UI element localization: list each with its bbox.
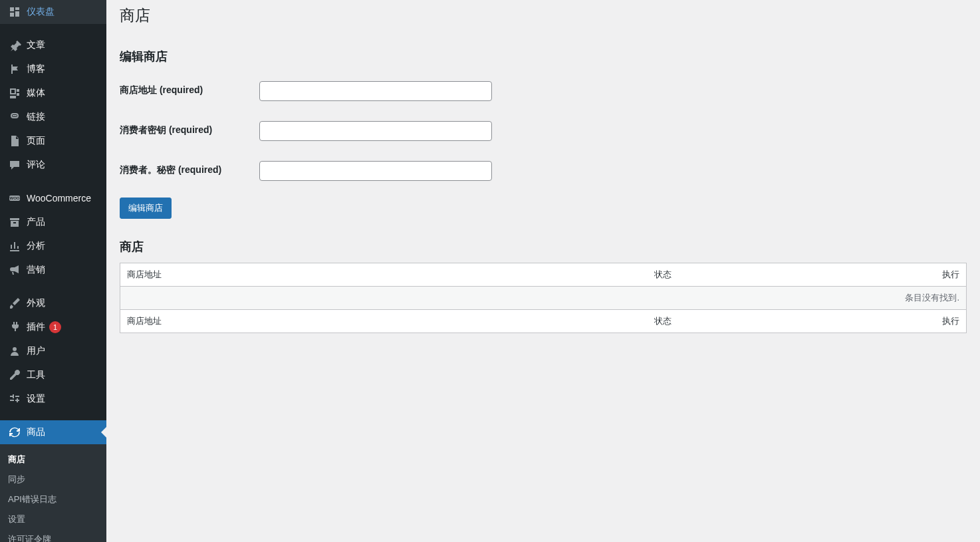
pin-icon	[8, 39, 21, 52]
sidebar-item-label: 工具	[27, 369, 45, 381]
edit-store-heading: 编辑商店	[120, 49, 967, 65]
edit-store-form: 商店地址 (required) 消费者密钥 (required) 消费者。秘密 …	[120, 71, 967, 191]
sidebar-item-wrench[interactable]: 工具	[0, 363, 106, 387]
sidebar-item-label: 用户	[27, 345, 45, 357]
sidebar-item-link[interactable]: 链接	[0, 105, 106, 129]
sidebar-item-label: 博客	[27, 63, 45, 75]
sidebar-item-label: 外观	[27, 297, 45, 309]
sidebar-item-dashboard[interactable]: 仪表盘	[0, 0, 106, 24]
consumer-secret-label: 消费者。秘密 (required)	[120, 151, 253, 191]
sidebar-item-megaphone[interactable]: 营销	[0, 258, 106, 282]
sidebar-item-label: 仪表盘	[27, 6, 55, 18]
col-action-footer[interactable]: 执行	[914, 309, 967, 333]
flag-icon	[8, 63, 21, 76]
sidebar-item-label: 设置	[27, 393, 45, 405]
submenu-item[interactable]: 许可证令牌	[0, 529, 106, 542]
sidebar-item-refresh[interactable]: 商品	[0, 420, 106, 444]
store-url-label: 商店地址 (required)	[120, 71, 253, 111]
sidebar-item-archive[interactable]: 产品	[0, 210, 106, 234]
stores-list-heading: 商店	[120, 239, 967, 255]
megaphone-icon	[8, 263, 21, 277]
submenu: 商店同步API错误日志设置许可证令牌	[0, 444, 106, 542]
main-content: 商店 编辑商店 商店地址 (required) 消费者密钥 (required)…	[106, 0, 980, 542]
chart-icon	[8, 239, 21, 253]
sidebar-item-label: 商品	[27, 426, 45, 438]
user-icon	[8, 344, 21, 358]
sidebar-item-sliders[interactable]: 设置	[0, 387, 106, 411]
sidebar-item-chart[interactable]: 分析	[0, 234, 106, 258]
admin-sidebar: 仪表盘文章博客媒体链接页面评论WooCommerce产品分析营销外观插件1用户工…	[0, 0, 106, 542]
sidebar-item-comment[interactable]: 评论	[0, 153, 106, 177]
sidebar-item-label: 营销	[27, 264, 45, 276]
archive-icon	[8, 215, 21, 229]
sliders-icon	[8, 392, 21, 406]
sidebar-item-label: WooCommerce	[27, 193, 91, 203]
sidebar-item-media[interactable]: 媒体	[0, 81, 106, 105]
sidebar-item-label: 链接	[27, 111, 45, 123]
link-icon	[8, 110, 21, 124]
sidebar-item-brush[interactable]: 外观	[0, 291, 106, 315]
plug-icon	[8, 321, 21, 334]
brush-icon	[8, 297, 21, 310]
col-url-footer[interactable]: 商店地址	[120, 309, 648, 333]
sidebar-item-woo[interactable]: WooCommerce	[0, 186, 106, 210]
dashboard-icon	[8, 5, 21, 19]
submenu-item[interactable]: API错误日志	[0, 489, 106, 509]
sidebar-item-user[interactable]: 用户	[0, 339, 106, 363]
stores-table: 商店地址 状态 执行 条目没有找到. 商店地址 状态 执行	[120, 263, 967, 333]
sidebar-item-plug[interactable]: 插件1	[0, 315, 106, 339]
wrench-icon	[8, 368, 21, 382]
col-action-header[interactable]: 执行	[914, 263, 967, 286]
submenu-item[interactable]: 设置	[0, 509, 106, 529]
col-status-header[interactable]: 状态	[648, 263, 914, 286]
consumer-secret-input[interactable]	[259, 161, 492, 181]
refresh-icon	[8, 426, 21, 439]
page-title: 商店	[120, 0, 967, 29]
update-badge: 1	[49, 321, 61, 333]
col-url-header[interactable]: 商店地址	[120, 263, 648, 286]
page-icon	[8, 134, 21, 148]
no-items-message: 条目没有找到.	[120, 286, 967, 309]
sidebar-item-flag[interactable]: 博客	[0, 57, 106, 81]
sidebar-item-label: 评论	[27, 159, 45, 171]
col-status-footer[interactable]: 状态	[648, 309, 914, 333]
sidebar-item-pin[interactable]: 文章	[0, 33, 106, 57]
submenu-item[interactable]: 同步	[0, 470, 106, 489]
media-icon	[8, 86, 21, 100]
submenu-item[interactable]: 商店	[0, 450, 106, 470]
sidebar-item-label: 媒体	[27, 87, 45, 99]
consumer-key-input[interactable]	[259, 121, 492, 141]
sidebar-item-label: 产品	[27, 216, 45, 228]
comment-icon	[8, 158, 21, 172]
sidebar-item-label: 插件	[27, 321, 45, 333]
sidebar-item-label: 分析	[27, 240, 45, 252]
sidebar-item-page[interactable]: 页面	[0, 129, 106, 153]
consumer-key-label: 消费者密钥 (required)	[120, 111, 253, 151]
woo-icon	[8, 192, 21, 205]
store-url-input[interactable]	[259, 81, 492, 101]
sidebar-item-label: 文章	[27, 39, 45, 51]
submit-button[interactable]: 编辑商店	[120, 198, 172, 219]
sidebar-item-label: 页面	[27, 135, 45, 147]
